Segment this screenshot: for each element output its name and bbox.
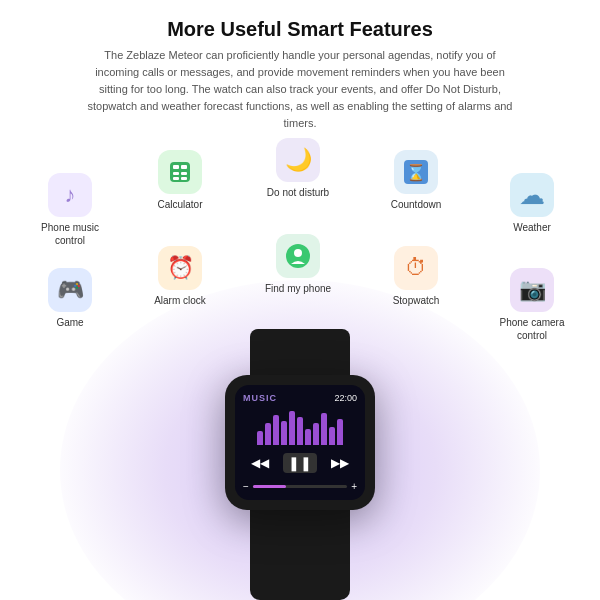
svg-rect-3 [173,172,179,175]
pause-button[interactable]: ❚❚ [283,453,317,473]
do-not-disturb-label: Do not disturb [267,186,329,199]
weather-icon: ☁ [510,173,554,217]
svg-rect-1 [173,165,179,169]
svg-rect-6 [181,177,187,180]
eq-bar-10 [329,427,335,445]
find-my-phone-icon [276,234,320,278]
eq-bar-6 [297,417,303,445]
weather-label: Weather [513,221,551,234]
feature-alarm-clock: ⏰ Alarm clock [140,246,220,307]
eq-bar-5 [289,411,295,445]
phone-camera-label: Phone cameracontrol [499,316,564,342]
svg-rect-4 [181,172,187,175]
eq-bar-3 [273,415,279,445]
next-button[interactable]: ▶▶ [331,456,349,470]
countdown-label: Countdown [391,198,442,211]
music-label: MUSIC [243,393,277,403]
stopwatch-label: Stopwatch [393,294,440,307]
calculator-label: Calculator [157,198,202,211]
volume-minus[interactable]: − [243,481,249,492]
music-controls: ◀◀ ❚❚ ▶▶ [243,453,357,473]
feature-countdown: ⌛ Countdown [376,150,456,211]
feature-stopwatch: ⏱ Stopwatch [376,246,456,307]
equalizer [243,409,357,445]
phone-camera-icon: 📷 [510,268,554,312]
alarm-clock-label: Alarm clock [154,294,206,307]
features-area: ♪ Phone musiccontrol 🎮 Game [0,138,600,600]
eq-bar-4 [281,421,287,445]
watch-screen: MUSIC 22:00 [235,385,365,500]
feature-find-my-phone: Find my phone [258,234,338,295]
feature-do-not-disturb: 🌙 Do not disturb [258,138,338,199]
progress-fill [253,485,286,488]
alarm-clock-icon: ⏰ [158,246,202,290]
watch-body: MUSIC 22:00 [225,375,375,510]
phone-music-icon: ♪ [48,173,92,217]
screen-top-row: MUSIC 22:00 [243,393,357,403]
smartwatch: MUSIC 22:00 [225,329,375,600]
find-my-phone-label: Find my phone [265,282,331,295]
stopwatch-icon: ⏱ [394,246,438,290]
feature-calculator: Calculator [140,150,220,211]
page-title: More Useful Smart Features [85,18,515,41]
eq-bar-7 [305,429,311,445]
eq-bar-2 [265,423,271,445]
prev-button[interactable]: ◀◀ [251,456,269,470]
game-icon: 🎮 [48,268,92,312]
feature-weather: ☁ Weather [492,173,572,234]
do-not-disturb-icon: 🌙 [276,138,320,182]
svg-point-8 [294,249,302,257]
header-section: More Useful Smart Features The Zeblaze M… [65,0,535,138]
phone-music-label: Phone musiccontrol [41,221,99,247]
feature-game: 🎮 Game [30,268,110,329]
game-label: Game [56,316,83,329]
eq-bar-11 [337,419,343,445]
countdown-icon: ⌛ [394,150,438,194]
header-description: The Zeblaze Meteor can proficiently hand… [85,47,515,132]
progress-track[interactable] [253,485,347,488]
calculator-icon [158,150,202,194]
feature-phone-camera: 📷 Phone cameracontrol [492,268,572,342]
svg-rect-2 [181,165,187,169]
volume-plus[interactable]: + [351,481,357,492]
feature-phone-music: ♪ Phone musiccontrol [30,173,110,247]
eq-bar-8 [313,423,319,445]
svg-text:⌛: ⌛ [406,163,426,182]
eq-bar-1 [257,431,263,445]
watch-time: 22:00 [334,393,357,403]
progress-bar: − + [243,481,357,492]
eq-bar-9 [321,413,327,445]
svg-rect-5 [173,177,179,180]
page-container: More Useful Smart Features The Zeblaze M… [0,0,600,600]
